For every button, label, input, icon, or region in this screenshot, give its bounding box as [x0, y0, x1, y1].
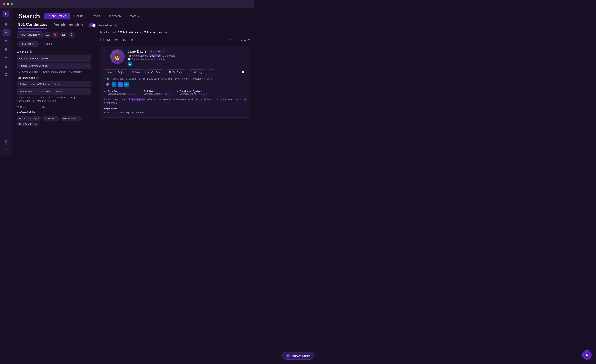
- experience-label: Experience: [104, 107, 246, 110]
- more-tool-btn[interactable]: ⋯: [137, 37, 143, 43]
- add-engineering-manager-link[interactable]: Engineering Manager: [41, 70, 66, 73]
- action-row: 🗂 Add to Project ⊞ Clone ✉ Get Email: [104, 69, 246, 75]
- clone-btn[interactable]: ⊞ Clone: [129, 69, 144, 75]
- app-logo[interactable]: S: [3, 11, 9, 17]
- candidate-header: 👩 Jane Davis Full Match ✓: [104, 49, 246, 66]
- tab-expert[interactable]: Expert: [88, 13, 103, 19]
- candidate-location: 🕐 Greater Seattle Area Local time: [128, 58, 246, 61]
- distributed-more-link[interactable]: + 6 More: [199, 93, 208, 95]
- tab-candidates[interactable]: 851 Candidates: [18, 22, 47, 29]
- remove-best-practices[interactable]: ✕: [35, 123, 37, 125]
- add-to-project-btn[interactable]: 🗂 Add to Project: [104, 69, 128, 75]
- check-icon: ✓: [161, 50, 163, 53]
- candidate-avatar: 👩: [110, 49, 125, 64]
- contact-plus-icon[interactable]: ⊕: [139, 77, 141, 80]
- more-filters-button[interactable]: ⋮: [68, 32, 75, 38]
- full-match-badge: Full Match ✓: [149, 50, 165, 53]
- tab-healthcare[interactable]: Healthcare: [104, 13, 126, 19]
- sidebar-icon-search[interactable]: ○: [3, 29, 10, 36]
- contact-email-2: P: jane-davis@gmail.com: [143, 77, 172, 80]
- add-software-engineer-link[interactable]: Software Engineer: [17, 70, 38, 73]
- folder-tool-btn[interactable]: 🗂: [105, 37, 112, 43]
- social-facebook[interactable]: f: [118, 82, 123, 87]
- bookmark-button[interactable]: 🔖: [52, 32, 59, 38]
- tag-best-practices[interactable]: Best Practices ✕: [17, 122, 39, 126]
- job-titles-info-icon[interactable]: ℹ: [29, 51, 32, 53]
- maximize-dot[interactable]: [11, 3, 14, 5]
- sidebar-icon-filters[interactable]: ☰: [3, 71, 10, 78]
- required-skills-section: Required skills ℹ Machine Learning OR da…: [17, 76, 91, 103]
- tab-public-profiles[interactable]: Public Profiles: [44, 13, 70, 19]
- add-distributed-systems-link[interactable]: Distributed Systems: [33, 100, 56, 102]
- comment-btn[interactable]: 💬: [240, 69, 246, 75]
- tag-manager[interactable]: Manager ✕: [43, 116, 59, 121]
- link-icon[interactable]: 🔗: [104, 82, 110, 88]
- required-skill-1[interactable]: Machine Learning OR data in... +24 more: [17, 81, 91, 87]
- sidebar-icon-grid[interactable]: ⊞: [3, 21, 10, 28]
- get-phone-btn[interactable]: ☎ Get Phone: [166, 69, 186, 75]
- required-skill-2[interactable]: Data Architecture OR Service ... +7 more: [17, 89, 91, 95]
- job-title-item-1[interactable]: Principal Software Engineer: [17, 55, 91, 62]
- next-page-btn[interactable]: ›: [235, 37, 240, 42]
- tab-more[interactable]: More: [126, 13, 143, 19]
- boolean-tab[interactable]: Boolean: [40, 41, 57, 47]
- preferred-skills-section: Preferred skills Product Strategy ✕ Mana…: [17, 111, 91, 127]
- filter-button[interactable]: ⧋: [45, 32, 51, 38]
- tag-roadmapping[interactable]: Roadmapping ✕: [61, 116, 82, 121]
- tag-product-strategy[interactable]: Product Strategy ✕: [17, 116, 41, 121]
- candidate-checkbox[interactable]: [104, 50, 107, 53]
- candidate-linkedin-row: in: [128, 62, 246, 66]
- tab-people-insights[interactable]: People Insights: [53, 22, 83, 28]
- add-javascript-link[interactable]: JavaScript: [17, 100, 30, 102]
- minimize-dot[interactable]: [7, 3, 9, 5]
- social-linkedin-2[interactable]: in: [124, 82, 129, 87]
- backend-icon: ⚙: [104, 90, 106, 93]
- email-tool-btn[interactable]: ✉: [113, 37, 119, 43]
- job-title-item-2[interactable]: Principal Software Developer: [17, 63, 91, 69]
- sidebar-icon-bell[interactable]: ◬: [3, 146, 10, 153]
- linkedin-icon[interactable]: in: [128, 62, 132, 66]
- add-cpp-link[interactable]: C++: [47, 96, 54, 99]
- close-dot[interactable]: [3, 3, 6, 5]
- select-all-checkbox[interactable]: [100, 38, 104, 41]
- phone-tool-btn[interactable]: ☎: [121, 37, 127, 43]
- tab-github[interactable]: GitHub: [71, 13, 87, 19]
- sidebar-icon-contacts[interactable]: ◉: [3, 46, 10, 53]
- more-actions-btn[interactable]: ⋯: [208, 69, 215, 75]
- add-xml-link[interactable]: XML: [27, 96, 34, 99]
- skill-backend-name: Back End: [107, 90, 137, 93]
- bias-reducer-toggle[interactable]: [89, 23, 96, 27]
- required-skills-info-icon[interactable]: ℹ: [36, 76, 39, 79]
- sidebar-icon-user[interactable]: ◎: [3, 138, 10, 145]
- bio-text: I am an Applied Scientist, AI Engineer ,…: [104, 97, 246, 105]
- folder-icon: 🗂: [107, 71, 109, 74]
- remove-preferred-skills-link[interactable]: ⊖ Remove preferred skills: [17, 105, 91, 109]
- main-content: Search Public Profiles GitHub Expert Hea…: [12, 8, 254, 156]
- region-select[interactable]: North America: [17, 31, 43, 38]
- sidebar-icon-star[interactable]: ✦: [3, 54, 10, 61]
- prev-page-btn[interactable]: ‹: [228, 37, 233, 42]
- contact-email-1: ✉ P: davis-jobs@gmail.com: [104, 77, 137, 80]
- fullstack-icon: ⚙: [140, 90, 142, 93]
- message-btn[interactable]: ✉ Message: [188, 69, 206, 75]
- smart-match-tab[interactable]: Smart Match: [17, 41, 39, 47]
- social-linkedin-1[interactable]: in: [112, 82, 116, 87]
- bias-reducer-info-icon[interactable]: ℹ: [114, 24, 117, 27]
- remove-product-strategy[interactable]: ✕: [37, 117, 39, 120]
- sidebar-icon-messages[interactable]: ▤: [3, 62, 10, 70]
- copy-tool-btn[interactable]: ⊞: [129, 37, 135, 43]
- add-linux-link[interactable]: Linux: [37, 96, 44, 99]
- add-java-link[interactable]: Java: [17, 96, 24, 99]
- remove-roadmapping[interactable]: ✕: [78, 117, 80, 120]
- message-icon: ✉: [191, 71, 193, 74]
- folder-button[interactable]: 🗂: [60, 32, 67, 38]
- add-consultant-link[interactable]: Consultant: [69, 70, 82, 73]
- fullstack-more-link[interactable]: + 11 More: [163, 93, 172, 95]
- get-email-btn[interactable]: ✉ Get Email: [145, 69, 164, 75]
- remove-manager[interactable]: ✕: [55, 117, 57, 120]
- candidate-name: Jane Davis: [128, 49, 147, 54]
- sidebar-icon-chart[interactable]: ≡: [3, 37, 10, 45]
- backend-more-link[interactable]: + 14 More: [127, 93, 136, 95]
- add-software-design-link[interactable]: Software Design: [57, 96, 76, 99]
- less-link[interactable]: Less: [207, 77, 212, 80]
